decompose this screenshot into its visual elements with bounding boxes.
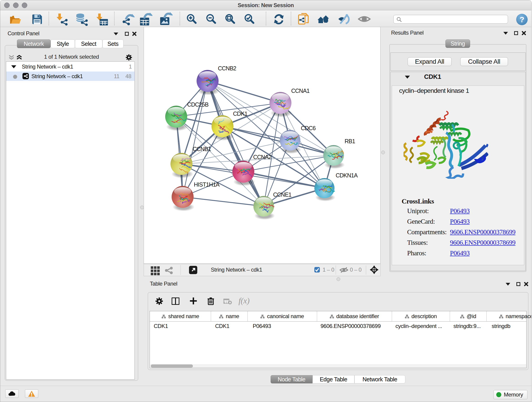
- svg-text:?: ?: [520, 15, 524, 24]
- svg-text:CCNB1: CCNB1: [193, 146, 211, 152]
- svg-text:HIST1H1A: HIST1H1A: [194, 181, 220, 188]
- svg-text:CDC6: CDC6: [301, 125, 316, 131]
- svg-text:CDC25B: CDC25B: [187, 101, 209, 108]
- svg-text:CDK1: CDK1: [233, 110, 247, 117]
- svg-text:CCNE1: CCNE1: [273, 191, 291, 198]
- svg-text:CCNA2: CCNA2: [253, 154, 272, 160]
- svg-text:CCNB2: CCNB2: [218, 65, 236, 71]
- svg-text:CCNA1: CCNA1: [291, 88, 310, 94]
- svg-text:RB1: RB1: [345, 138, 355, 144]
- svg-text:CDKN1A: CDKN1A: [336, 172, 358, 179]
